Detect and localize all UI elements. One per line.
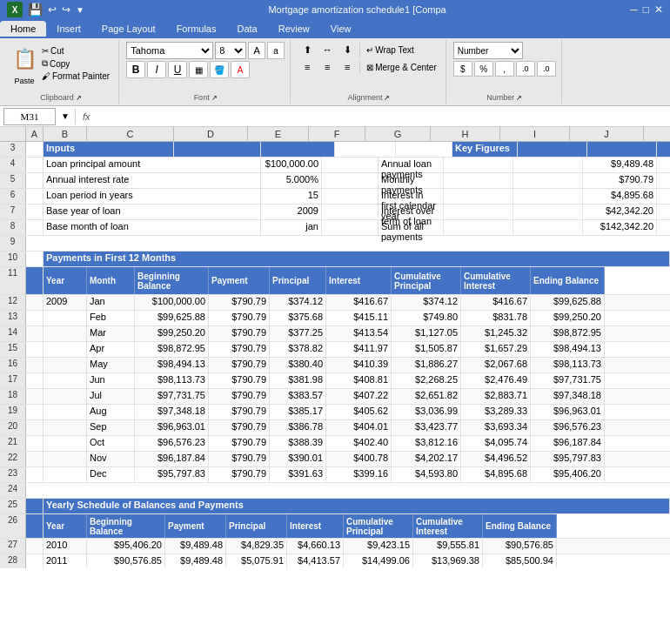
cell-5C[interactable]: Annual interest rate <box>44 173 261 188</box>
cell-10B[interactable]: Payments in First 12 Months <box>44 252 670 266</box>
tab-pagelayout[interactable]: Page Layout <box>91 21 166 37</box>
cell-12J[interactable]: $99,625.88 <box>531 295 605 310</box>
formula-expand-button[interactable]: ▼ <box>59 110 71 123</box>
underline-button[interactable]: U <box>168 61 187 78</box>
col-header-J[interactable]: J <box>570 127 644 141</box>
col-header-I[interactable]: I <box>500 127 570 141</box>
quick-access-undo[interactable]: ↩ <box>48 3 57 16</box>
cell-4A[interactable] <box>26 158 44 172</box>
cell-26B[interactable]: Year <box>44 514 87 538</box>
cell-11F[interactable]: Principal <box>270 267 326 294</box>
col-header-E[interactable]: E <box>248 127 309 141</box>
cell-12F[interactable]: $374.12 <box>270 295 326 310</box>
window-minimize[interactable]: ─ <box>630 3 638 16</box>
cell-3I[interactable] <box>587 142 657 157</box>
clipboard-expand-icon[interactable]: ↗ <box>76 94 82 102</box>
font-size-selector[interactable]: 8 <box>215 42 246 59</box>
font-color-button[interactable]: A <box>231 61 250 78</box>
cell-7E[interactable]: 2009 <box>261 205 322 219</box>
cell-reference-input[interactable] <box>3 108 56 125</box>
decrease-font-button[interactable]: a <box>267 42 285 59</box>
cell-6C[interactable]: Loan period in years <box>44 189 261 204</box>
cell-7G[interactable]: Interest over term of loan <box>379 205 444 219</box>
cell-26C[interactable]: Beginning Balance <box>87 514 165 538</box>
cell-5J[interactable]: $790.79 <box>583 173 657 188</box>
cell-8E[interactable]: jan <box>261 220 322 235</box>
format-painter-button[interactable]: 🖌 Format Painter <box>40 70 111 82</box>
col-header-B[interactable]: B <box>44 127 87 141</box>
cell-12C[interactable]: Jan <box>87 295 135 310</box>
cell-12I[interactable]: $416.67 <box>461 295 531 310</box>
cell-8C[interactable]: Base month of loan <box>44 220 261 235</box>
border-button[interactable]: ▦ <box>189 61 208 78</box>
cell-8G[interactable]: Sum of all payments <box>379 220 444 235</box>
cell-11E[interactable]: Payment <box>209 267 270 294</box>
cell-3E[interactable] <box>335 142 396 157</box>
increase-decimal-button[interactable]: .0 <box>516 61 535 77</box>
increase-font-button[interactable]: A <box>248 42 265 59</box>
cell-4F[interactable] <box>322 158 379 172</box>
align-center-button[interactable]: ≡ <box>318 59 337 75</box>
cell-4C[interactable]: Loan principal amount <box>44 158 261 172</box>
wrap-text-button[interactable]: ↵ Wrap Text <box>363 44 418 57</box>
merge-center-button[interactable]: ⊠ Merge & Center <box>363 61 440 74</box>
number-expand-icon[interactable]: ↗ <box>516 94 522 102</box>
window-close[interactable]: ✕ <box>654 3 663 16</box>
cell-11J[interactable]: Ending Balance <box>531 267 605 294</box>
cell-12G[interactable]: $416.67 <box>326 295 392 310</box>
cell-7C[interactable]: Base year of loan <box>44 205 261 219</box>
cell-8J[interactable]: $142,342.20 <box>583 220 657 235</box>
tab-insert[interactable]: Insert <box>46 21 91 37</box>
cut-button[interactable]: ✂ Cut <box>40 45 111 57</box>
cell-4H[interactable] <box>444 158 513 172</box>
quick-access-dropdown[interactable]: ▼ <box>76 5 84 15</box>
cell-11I[interactable]: Cumulative Interest <box>461 267 531 294</box>
cell-26I[interactable]: Ending Balance <box>483 514 557 538</box>
align-middle-button[interactable]: ↔ <box>318 42 337 57</box>
bold-button[interactable]: B <box>126 61 145 78</box>
col-header-G[interactable]: G <box>365 127 431 141</box>
italic-button[interactable]: I <box>147 61 166 78</box>
align-left-button[interactable]: ≡ <box>298 59 317 75</box>
col-header-H[interactable]: H <box>431 127 500 141</box>
cell-3F[interactable] <box>396 142 452 157</box>
percent-button[interactable]: % <box>474 61 493 77</box>
cell-3J[interactable] <box>657 142 670 157</box>
cell-26G[interactable]: Cumulative Principal <box>344 514 413 538</box>
align-right-button[interactable]: ≡ <box>338 59 357 75</box>
align-bottom-button[interactable]: ⬇ <box>338 42 357 57</box>
cell-26H[interactable]: Cumulative Interest <box>413 514 483 538</box>
col-header-A[interactable]: A <box>26 127 44 141</box>
formula-input[interactable] <box>97 108 667 125</box>
cell-6G[interactable]: Interest in first calendar year <box>379 189 444 204</box>
cell-4J[interactable]: $9,489.48 <box>583 158 657 172</box>
cell-4I[interactable] <box>513 158 583 172</box>
quick-access-save[interactable]: 💾 <box>28 3 43 17</box>
cell-3B[interactable]: Inputs <box>44 142 174 157</box>
tab-home[interactable]: Home <box>0 21 46 37</box>
window-maximize[interactable]: □ <box>643 3 649 16</box>
cell-11D[interactable]: Beginning Balance <box>135 267 209 294</box>
decrease-decimal-button[interactable]: .0 <box>537 61 556 77</box>
align-top-button[interactable]: ⬆ <box>298 42 317 57</box>
cell-26D[interactable]: Payment <box>165 514 226 538</box>
cell-4G[interactable]: Annual loan payments <box>379 158 444 172</box>
cell-12E[interactable]: $790.79 <box>209 295 270 310</box>
cell-11H[interactable]: Cumulative Principal <box>392 267 461 294</box>
tab-data[interactable]: Data <box>226 21 267 37</box>
number-format-selector[interactable]: Number <box>453 42 523 59</box>
cell-3A[interactable] <box>26 142 44 157</box>
cell-12B[interactable]: 2009 <box>44 295 87 310</box>
cell-7J[interactable]: $42,342.20 <box>583 205 657 219</box>
cell-11B[interactable]: Year <box>44 267 87 294</box>
font-expand-icon[interactable]: ↗ <box>211 94 218 102</box>
cell-3H[interactable] <box>518 142 587 157</box>
tab-review[interactable]: Review <box>268 21 320 37</box>
currency-button[interactable]: $ <box>453 61 472 77</box>
cell-3G[interactable]: Key Figures <box>452 142 518 157</box>
cell-12H[interactable]: $374.12 <box>392 295 461 310</box>
paste-button[interactable]: 📋 <box>10 42 38 77</box>
cell-25B[interactable]: Yearly Schedule of Balances and Payments <box>44 499 670 513</box>
cell-5E[interactable]: 5.000% <box>261 173 322 188</box>
cell-3D[interactable] <box>261 142 335 157</box>
